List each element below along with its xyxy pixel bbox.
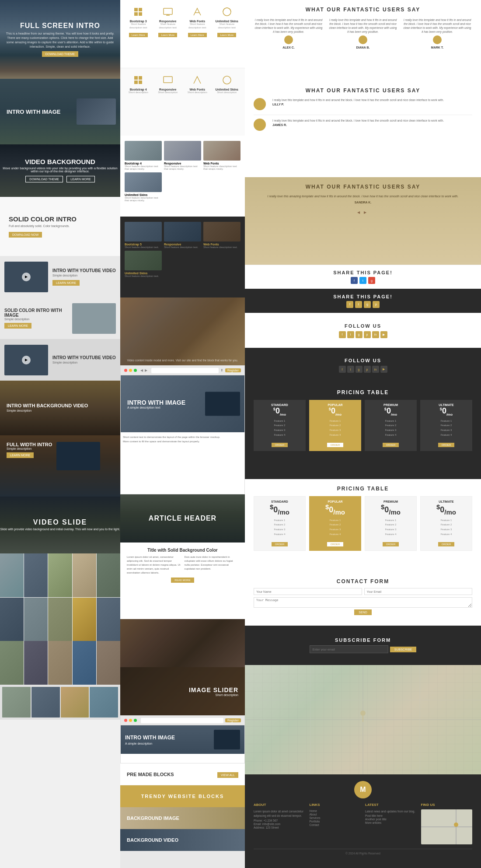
pinterest-follow-icon[interactable]: p <box>364 331 371 338</box>
video-bg-btn2[interactable]: LEARN MORE <box>66 176 94 182</box>
plan-select-btn[interactable]: ORDER <box>383 542 399 546</box>
footer-link[interactable]: Post title here <box>365 814 417 817</box>
browser-btn[interactable]: Register <box>225 368 241 372</box>
google-icon[interactable]: g <box>368 277 375 284</box>
google-dark-icon[interactable]: g <box>364 301 371 308</box>
thumb-item[interactable] <box>90 687 118 718</box>
plan-name: PREMIUM <box>369 500 413 503</box>
footer-link[interactable]: Address: 123 Street <box>254 826 305 829</box>
url-bar[interactable] <box>151 368 219 373</box>
gallery-item[interactable] <box>0 641 24 685</box>
youtube-dark-follow-icon[interactable]: ▶ <box>380 366 387 373</box>
twitter-dark-icon[interactable]: t <box>355 301 362 308</box>
minimize-button-icon[interactable] <box>129 369 132 372</box>
maximize2-icon[interactable] <box>134 719 137 722</box>
video-bg-btn1[interactable]: DOWNLOAD THEME <box>25 176 63 182</box>
plan-select-btn[interactable]: ORDER <box>327 443 344 447</box>
gallery-item[interactable] <box>48 553 72 597</box>
google-follow-icon[interactable]: g <box>356 331 362 338</box>
nav-back-icon[interactable]: ◀ <box>140 368 143 372</box>
name-input[interactable] <box>254 588 362 595</box>
full-width-btn[interactable]: LEARN MORE <box>7 452 34 458</box>
thumb-item[interactable] <box>31 687 60 718</box>
plan-select-btn[interactable]: ORDER <box>438 443 455 447</box>
feature-btn[interactable]: Learn More <box>217 33 236 37</box>
plan-select-btn[interactable]: ORDER <box>383 443 399 447</box>
google-dark-follow-icon[interactable]: g <box>356 366 362 373</box>
nav-forward-icon[interactable]: ▶ <box>145 368 147 372</box>
youtube-follow-icon[interactable]: ▶ <box>380 331 387 338</box>
feature-btn[interactable]: Learn More <box>158 33 177 37</box>
url-bar2[interactable] <box>141 718 223 723</box>
footer-link[interactable]: Home <box>310 809 361 812</box>
gallery-item[interactable] <box>97 553 120 597</box>
middle-column: Bootstrap 3 Short feature description te… <box>120 0 245 868</box>
full-width-content: FULL WIDTH INTRO Simple description LEAR… <box>7 442 114 470</box>
pinterest-dark-follow-icon[interactable]: p <box>364 366 371 373</box>
footer-link[interactable]: Email: info@site.com <box>254 822 305 826</box>
thumb-item[interactable] <box>61 687 89 718</box>
plan-select-btn[interactable]: ORDER <box>272 443 288 447</box>
full-screen-intro-btn[interactable]: DOWNLOAD THEME <box>42 51 79 57</box>
maximize-button-icon[interactable] <box>134 369 137 372</box>
feature-btn[interactable]: Learn More <box>129 33 148 37</box>
footer-link[interactable]: About <box>310 813 361 816</box>
room-caption: Video content inside modal and more. Vis… <box>120 359 245 362</box>
close-button-icon[interactable] <box>124 369 127 372</box>
minimize2-icon[interactable] <box>129 719 132 722</box>
browser2-btn[interactable]: Register <box>225 718 241 722</box>
solid-image-btn[interactable]: LEARN MORE <box>4 323 31 329</box>
facebook-icon[interactable]: f <box>351 277 358 284</box>
footer-link[interactable]: Phone: +1 234 567 <box>254 819 305 822</box>
gallery-item[interactable] <box>97 598 120 641</box>
footer-link[interactable]: Contact <box>310 823 361 826</box>
footer-link[interactable]: Services <box>310 816 361 819</box>
share-browser-icon[interactable]: ⬆ <box>220 368 223 372</box>
gallery-item[interactable] <box>73 641 96 685</box>
footer-link[interactable]: Another post title <box>365 818 417 821</box>
feature-desc: Short feature description text <box>184 23 211 30</box>
twitter-dark-follow-icon[interactable]: t <box>347 366 354 373</box>
twitter-icon[interactable]: t <box>359 277 366 284</box>
email-input[interactable] <box>364 588 473 595</box>
features-images-section: Bootstrap 4 Short feature description te… <box>120 136 245 217</box>
plan-select-btn[interactable]: ORDER <box>272 542 288 546</box>
gallery-item[interactable] <box>0 553 24 597</box>
plan-select-btn[interactable]: ORDER <box>327 542 344 546</box>
prev-icon[interactable]: ◀ <box>357 210 360 214</box>
youtube-intro-btn[interactable]: LEARN MORE <box>52 280 80 286</box>
twitter-follow-icon[interactable]: t <box>347 331 354 338</box>
subscribe-email-input[interactable] <box>310 645 388 653</box>
footer-link[interactable]: Portfolio <box>310 820 361 823</box>
pinterest-dark-icon[interactable]: p <box>373 301 380 308</box>
gallery-item[interactable] <box>97 641 120 685</box>
gallery-item[interactable] <box>0 598 24 641</box>
message-textarea[interactable] <box>254 597 472 608</box>
footer-link[interactable]: More articles <box>365 821 417 824</box>
gallery-item[interactable] <box>24 598 48 641</box>
feature-btn[interactable]: Learn More <box>188 33 207 37</box>
gallery-item[interactable] <box>24 641 48 685</box>
play-button-icon[interactable]: ▶ <box>22 273 31 281</box>
next-icon[interactable]: ▶ <box>364 210 366 214</box>
gallery-item[interactable] <box>48 598 72 641</box>
contact-submit-btn[interactable]: SEND <box>354 609 371 615</box>
gallery-item[interactable] <box>73 553 96 597</box>
gallery-item[interactable] <box>24 553 48 597</box>
gallery-item[interactable] <box>73 598 96 641</box>
facebook-dark-icon[interactable]: f <box>346 301 353 308</box>
linkedin-follow-icon[interactable]: in <box>372 331 379 338</box>
plan-select-btn[interactable]: ORDER <box>438 542 455 546</box>
play-button2-icon[interactable]: ▶ <box>22 356 31 364</box>
facebook-follow-icon[interactable]: f <box>339 331 346 338</box>
facebook-dark-follow-icon[interactable]: f <box>339 366 346 373</box>
feature-title: Bootstrap 3 <box>125 20 152 23</box>
solid-intro-btn[interactable]: DOWNLOAD NOW <box>9 232 42 238</box>
subscribe-btn[interactable]: SUBSCRIBE <box>390 647 416 652</box>
pre-made-btn[interactable]: VIEW ALL <box>217 772 238 778</box>
thumb-item[interactable] <box>2 687 31 718</box>
read-more-btn[interactable]: READ MORE <box>171 578 194 583</box>
gallery-item[interactable] <box>48 641 72 685</box>
close2-icon[interactable] <box>124 719 127 722</box>
linkedin-dark-follow-icon[interactable]: in <box>372 366 379 373</box>
